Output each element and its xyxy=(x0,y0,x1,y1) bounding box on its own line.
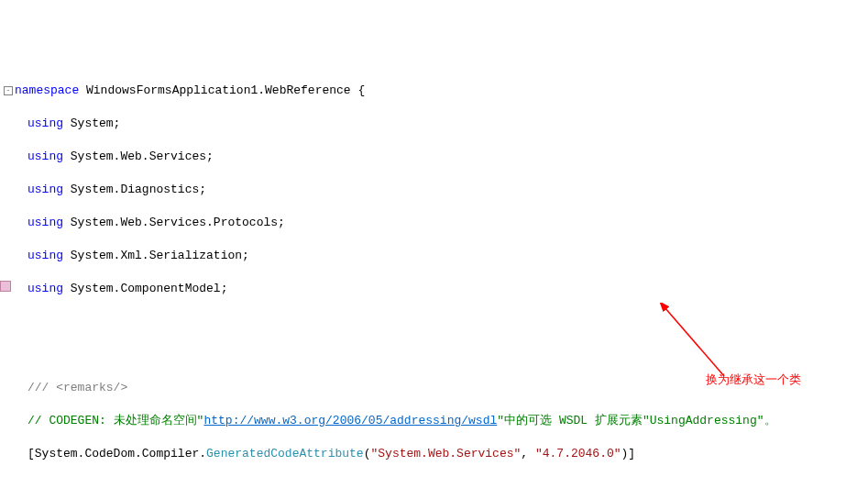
annotation-text: 换为继承这一个类 xyxy=(706,372,801,388)
blank-line xyxy=(4,347,864,363)
attribute-line: [System.CodeDom.Compiler.GeneratedCodeAt… xyxy=(27,446,864,462)
codegen-comment: // CODEGEN: 未处理命名空间"http://www.w3.org/20… xyxy=(27,413,864,429)
using-line: using System.ComponentModel; xyxy=(27,281,864,297)
using-line: using System.Web.Services.Protocols; xyxy=(27,215,864,231)
using-line: using System.Xml.Serialization; xyxy=(27,248,864,264)
blank-line xyxy=(4,314,864,330)
change-marker-icon xyxy=(0,281,11,292)
using-line: using System; xyxy=(27,116,864,132)
code-editor[interactable]: -namespace WindowsFormsApplication1.WebR… xyxy=(0,66,868,477)
namespace-line: -namespace WindowsFormsApplication1.WebR… xyxy=(4,83,864,99)
using-line: using System.Web.Services; xyxy=(27,149,864,165)
using-line: using System.Diagnostics; xyxy=(27,182,864,198)
wsdl-url-link[interactable]: http://www.w3.org/2006/05/addressing/wsd… xyxy=(203,414,497,427)
fold-icon[interactable]: - xyxy=(4,86,13,95)
